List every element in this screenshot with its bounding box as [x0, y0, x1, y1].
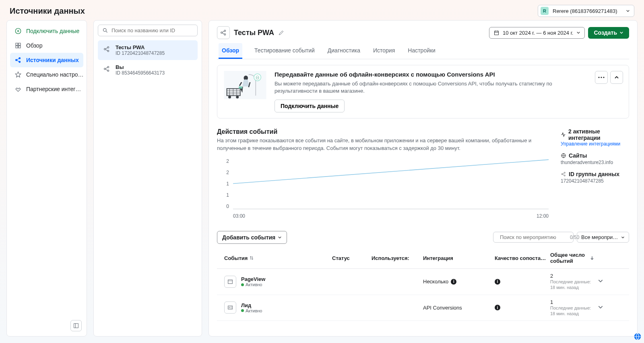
svg-point-31	[561, 174, 563, 175]
page-title: Источники данных	[10, 6, 85, 16]
events-table: События Статус Используется: Интеграция …	[217, 248, 629, 321]
col-events[interactable]: События	[224, 255, 329, 261]
chart-x-axis: 03:00 12:00	[233, 213, 549, 219]
edit-icon[interactable]	[278, 29, 285, 36]
quality-cell: i	[495, 279, 547, 285]
globe-icon	[561, 153, 566, 158]
sort-icon	[249, 256, 254, 260]
event-name: PageView	[241, 276, 265, 282]
tabs: Обзор Тестирование событий Диагностика И…	[217, 43, 629, 59]
table-header: События Статус Используется: Интеграция …	[217, 248, 629, 269]
manage-integrations-link[interactable]: Управление интеграциями	[561, 141, 629, 147]
table-row[interactable]: PageView Активно Несколько i i 2	[217, 269, 629, 295]
source-id: ID 8534645956643173	[116, 70, 165, 76]
info-icon[interactable]: i	[495, 279, 500, 285]
sort-down-icon	[590, 256, 594, 260]
svg-rect-8	[74, 324, 78, 328]
svg-rect-3	[16, 46, 18, 48]
promo-title: Передавайте данные об офлайн-конверсиях …	[275, 71, 588, 78]
total-cell: 1 Последние данные: 18 мин. назад	[550, 299, 594, 317]
sidebar-item-label: Партнерские интег…	[26, 86, 81, 92]
promo-connect-button[interactable]: Подключить данные	[275, 100, 345, 112]
status-dot-active	[241, 283, 244, 286]
tab-test-events[interactable]: Тестирование событий	[254, 43, 316, 59]
promo-text: Вы можете передавать данные об офлайн-ко…	[275, 80, 588, 95]
svg-rect-1	[16, 43, 18, 45]
source-title: Вы	[116, 64, 165, 70]
info-sidebar: 2 активные интеграции Управление интегра…	[561, 128, 629, 218]
source-search-input[interactable]	[111, 27, 193, 33]
sidebar-item-connect-data[interactable]: Подключить данные	[10, 24, 83, 38]
integrations-count: 2 активные интеграции	[568, 128, 629, 141]
event-status: Активно	[241, 282, 265, 287]
add-events-button[interactable]: Добавить события	[217, 231, 287, 244]
activity-icon	[561, 132, 566, 137]
info-icon[interactable]: i	[495, 305, 500, 310]
collapse-sidebar-button[interactable]	[70, 320, 82, 331]
source-item-1[interactable]: Вы ID 8534645956643173	[98, 60, 198, 80]
event-filter-label: Все мероприят…	[581, 234, 619, 240]
create-button[interactable]: Создать	[588, 27, 629, 39]
sidebar-item-data-sources[interactable]: Источники данных	[10, 53, 83, 67]
chart-y-axis: 2 2 1 1 0	[217, 158, 229, 209]
grid-icon	[14, 42, 22, 50]
sites-label: Сайты	[569, 152, 587, 159]
tab-overview[interactable]: Обзор	[219, 43, 242, 59]
source-id: ID 1720421048747285	[116, 50, 165, 56]
event-status: Активно	[241, 308, 262, 313]
sidebar-item-label: Источники данных	[26, 57, 79, 63]
event-search[interactable]: 0/50	[493, 232, 574, 243]
col-quality: Качество сопоста…	[495, 255, 547, 261]
col-status: Статус	[332, 255, 368, 261]
chevron-down-icon	[619, 31, 623, 35]
svg-rect-19	[494, 31, 498, 35]
group-label: ID группы данных	[569, 171, 619, 177]
expand-row-button[interactable]	[598, 304, 610, 311]
group-value: 1720421048747285	[561, 178, 629, 184]
account-label: Rerere (861837669271483)	[553, 8, 617, 14]
chevron-down-icon	[598, 304, 603, 310]
main-panel: Тесты PWA 10 окт 2024 г. — 6 ноя 2024 г.…	[208, 20, 638, 337]
event-name: Лид	[241, 302, 262, 308]
globe-help-icon[interactable]	[634, 333, 642, 341]
svg-rect-2	[19, 43, 21, 45]
sidebar-item-partner[interactable]: Партнерские интег…	[10, 82, 83, 96]
event-filter[interactable]: Все мероприят…	[577, 232, 629, 243]
events-title: Действия событий	[217, 128, 549, 135]
promo-more-button[interactable]	[595, 71, 608, 84]
tab-diagnostics[interactable]: Диагностика	[327, 43, 361, 59]
svg-rect-36	[228, 306, 233, 309]
quality-cell: i	[495, 305, 547, 310]
source-search[interactable]	[98, 25, 198, 36]
expand-row-button[interactable]	[598, 278, 610, 285]
svg-point-27	[598, 77, 599, 78]
account-picker[interactable]: R Rerere (861837669271483)	[538, 5, 634, 17]
svg-point-23	[228, 96, 231, 98]
calendar-icon	[493, 30, 500, 36]
svg-point-32	[564, 172, 565, 173]
pageview-icon	[224, 276, 236, 288]
account-avatar: R	[541, 7, 549, 15]
info-icon[interactable]: i	[451, 279, 456, 285]
collapse-icon	[73, 322, 79, 329]
source-item-0[interactable]: Тесты PWA ID 1720421048747285	[98, 40, 198, 60]
event-search-input[interactable]	[500, 234, 568, 240]
svg-point-24	[236, 96, 239, 98]
search-icon	[102, 27, 108, 33]
chevron-up-icon	[614, 75, 619, 80]
table-row[interactable]: Лид Активно API Conversions i 1 После	[217, 295, 629, 321]
tab-history[interactable]: История	[372, 43, 396, 59]
lead-icon	[224, 301, 236, 314]
sidebar-item-overview[interactable]: Обзор	[10, 38, 83, 53]
date-range-picker[interactable]: 10 окт 2024 г. — 6 ноя 2024 г.	[489, 27, 585, 39]
tab-settings[interactable]: Настройки	[407, 43, 436, 59]
svg-point-28	[601, 77, 602, 78]
svg-rect-26	[239, 87, 242, 89]
sites-value: thunderadventure23.info	[561, 160, 629, 165]
col-total[interactable]: Общее число событий	[550, 252, 594, 264]
sidebar-item-custom[interactable]: Специально настро…	[10, 67, 83, 82]
chart-plot	[233, 158, 549, 209]
promo-collapse-button[interactable]	[610, 71, 623, 84]
chevron-down-icon	[278, 235, 282, 239]
source-list-panel: Тесты PWA ID 1720421048747285 Вы ID 8534…	[93, 20, 202, 337]
